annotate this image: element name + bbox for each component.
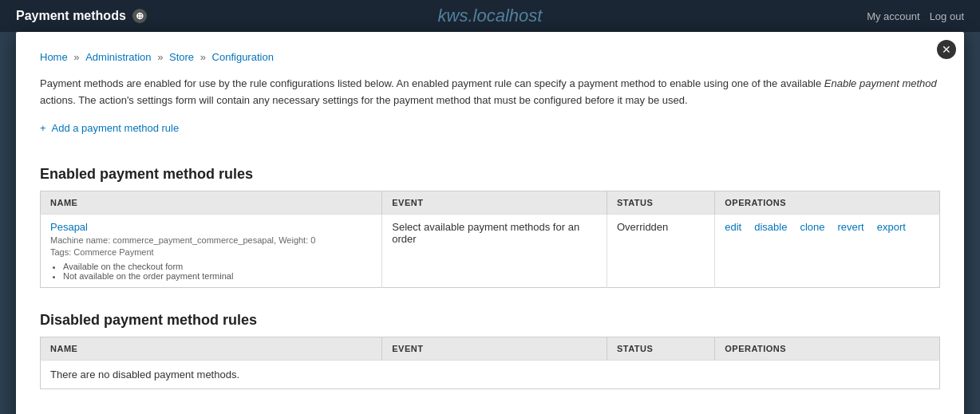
nav-links: My account Log out — [867, 10, 964, 22]
no-items-cell: There are no disabled payment methods. — [41, 360, 940, 388]
add-prefix: + — [40, 122, 46, 134]
rule-name-link[interactable]: Pesapal — [50, 221, 88, 233]
breadcrumb-store[interactable]: Store — [169, 51, 194, 63]
disabled-table: NAME EVENT STATUS OPERATIONS There are n… — [40, 337, 940, 389]
enabled-col-name: NAME — [41, 191, 382, 214]
my-account-link[interactable]: My account — [867, 10, 919, 22]
rule-bullet-1: Available on the checkout form — [63, 262, 372, 271]
rule-status-cell: Overridden — [607, 214, 715, 287]
breadcrumb-sep-1: » — [73, 51, 82, 63]
log-out-link[interactable]: Log out — [930, 10, 964, 22]
enabled-col-operations: OPERATIONS — [715, 191, 940, 214]
disabled-table-header: NAME EVENT STATUS OPERATIONS — [41, 337, 940, 360]
description-italic: Enable payment method — [824, 77, 937, 89]
table-row: Pesapal Machine name: commerce_payment_c… — [41, 214, 940, 287]
op-revert-link[interactable]: revert — [837, 221, 863, 233]
disabled-col-event: EVENT — [382, 337, 607, 360]
disabled-col-status: STATUS — [607, 337, 715, 360]
disabled-section-heading: Disabled payment method rules — [40, 312, 940, 329]
breadcrumb-home[interactable]: Home — [40, 51, 68, 63]
enabled-section-heading: Enabled payment method rules — [40, 166, 940, 183]
rule-tags: Tags: Commerce Payment — [50, 247, 372, 257]
close-button[interactable]: ✕ — [937, 40, 956, 59]
op-clone-link[interactable]: clone — [800, 221, 824, 233]
disabled-col-name: NAME — [41, 337, 382, 360]
op-disable-link[interactable]: disable — [754, 221, 787, 233]
rule-meta: Machine name: commerce_payment_commerce_… — [50, 235, 372, 245]
breadcrumb-sep-2: » — [157, 51, 166, 63]
disabled-col-operations: OPERATIONS — [715, 337, 940, 360]
rule-bullet-2: Not available on the order payment termi… — [63, 271, 372, 281]
add-icon[interactable]: ⊕ — [132, 9, 147, 23]
page-title-area: Payment methods ⊕ — [16, 9, 147, 23]
top-nav-bar: Payment methods ⊕ kws.localhost My accou… — [0, 0, 980, 32]
enabled-table: NAME EVENT STATUS OPERATIONS Pesapal Mac… — [40, 191, 940, 288]
breadcrumb-configuration[interactable]: Configuration — [212, 51, 274, 63]
rule-operations-cell: edit disable clone revert export — [715, 214, 940, 287]
modal-wrapper: ✕ Home » Administration » Store » Config… — [0, 32, 980, 414]
rule-event-cell: Select available payment methods for an … — [382, 214, 607, 287]
add-payment-rule-link[interactable]: + Add a payment method rule — [40, 122, 179, 134]
modal-content: ✕ Home » Administration » Store » Config… — [16, 32, 964, 414]
enabled-table-header: NAME EVENT STATUS OPERATIONS — [41, 191, 940, 214]
breadcrumb-sep-3: » — [200, 51, 209, 63]
enabled-col-event: EVENT — [382, 191, 607, 214]
description-text1: Payment methods are enabled for use by t… — [40, 77, 824, 89]
operations-links: edit disable clone revert export — [725, 221, 930, 233]
status-badge: Overridden — [617, 221, 668, 233]
rule-name-cell: Pesapal Machine name: commerce_payment_c… — [41, 214, 382, 287]
no-items-row: There are no disabled payment methods. — [41, 360, 940, 388]
op-export-link[interactable]: export — [877, 221, 906, 233]
op-edit-link[interactable]: edit — [725, 221, 741, 233]
add-label: Add a payment method rule — [52, 122, 180, 134]
site-title: kws.localhost — [438, 6, 543, 26]
breadcrumb: Home » Administration » Store » Configur… — [40, 51, 940, 63]
description-text2: actions. The action's settings form will… — [40, 94, 688, 106]
page-description: Payment methods are enabled for use by t… — [40, 76, 940, 109]
page-title: Payment methods — [16, 9, 126, 23]
enabled-col-status: STATUS — [607, 191, 715, 214]
rule-bullets: Available on the checkout form Not avail… — [50, 262, 372, 281]
breadcrumb-administration[interactable]: Administration — [85, 51, 151, 63]
